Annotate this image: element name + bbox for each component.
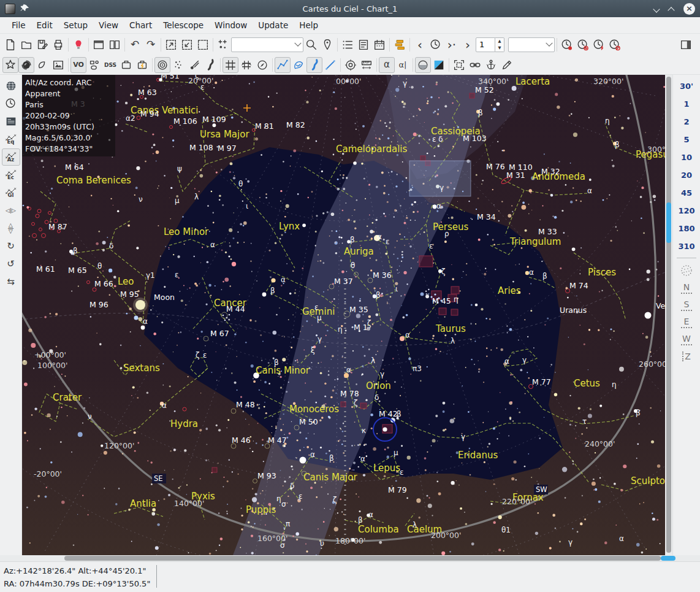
select-area-button[interactable] xyxy=(195,37,211,53)
spin-up-icon[interactable]: ▲ xyxy=(495,38,504,45)
time-now-button[interactable] xyxy=(428,37,444,53)
sky-chart[interactable]: LacertaCassiopeiaPegasusCamelopardalisCa… xyxy=(22,75,665,555)
auto-time-add-button[interactable] xyxy=(575,37,591,53)
minimize-icon[interactable] xyxy=(654,6,660,12)
show-deepsky-toggle[interactable] xyxy=(18,57,34,73)
detail-list-button[interactable] xyxy=(356,37,371,53)
show-lines-toggle[interactable] xyxy=(322,57,338,73)
frame-capture-toggle[interactable] xyxy=(134,57,150,73)
galactic-coord-button[interactable]: Gl xyxy=(2,184,20,201)
show-asteroids-toggle[interactable] xyxy=(170,57,186,73)
compass-rose-toggle[interactable] xyxy=(254,57,270,73)
zoom-out-button[interactable] xyxy=(163,37,179,53)
fov-option-5[interactable]: 5 xyxy=(674,131,699,148)
fov-option-120[interactable]: 120 xyxy=(674,202,699,220)
time-step-unit-combo[interactable] xyxy=(508,37,555,52)
new-chart-button[interactable] xyxy=(2,37,18,53)
real-time-button[interactable] xyxy=(559,37,575,53)
undo-button[interactable]: ↶ xyxy=(127,37,143,53)
new-window-button[interactable] xyxy=(678,37,694,53)
time-previous-button[interactable]: ‹ xyxy=(412,37,428,53)
direction-w-button[interactable]: W xyxy=(674,331,699,348)
menu-file[interactable]: File xyxy=(6,18,31,33)
fov-option-310[interactable]: 310 xyxy=(674,237,699,255)
equatorial-grid-toggle[interactable] xyxy=(238,57,254,73)
chain-charts-toggle[interactable] xyxy=(467,57,483,73)
show-labels-toggle[interactable]: α xyxy=(379,57,395,73)
annotate-toggle[interactable] xyxy=(499,57,515,73)
menu-telescope[interactable]: Telescope xyxy=(158,18,209,33)
night-vision-toggle[interactable] xyxy=(415,57,431,73)
show-outlines-toggle[interactable] xyxy=(34,57,50,73)
object-shapes-toggle[interactable] xyxy=(86,57,102,73)
equatorial-coord-button[interactable]: Eq xyxy=(2,131,20,148)
distance-measure-toggle[interactable] xyxy=(359,57,375,73)
spin-down-icon[interactable]: ▼ xyxy=(495,45,504,52)
rotate-right-button[interactable]: ↻ xyxy=(2,237,20,255)
fov-option-2[interactable]: 2 xyxy=(674,113,699,131)
fov-option-1[interactable]: 1 xyxy=(674,95,699,113)
solar-system-info-button[interactable] xyxy=(392,37,408,53)
date-time-button[interactable] xyxy=(2,95,20,112)
menu-window[interactable]: Window xyxy=(209,18,253,33)
save-chart-button[interactable] xyxy=(34,37,50,53)
show-toolbar-button[interactable] xyxy=(91,37,107,53)
open-chart-button[interactable] xyxy=(18,37,34,53)
constellation-figures-toggle[interactable] xyxy=(291,57,306,73)
maximize-icon[interactable] xyxy=(669,6,675,12)
rotate-left-button[interactable]: ↺ xyxy=(2,255,20,272)
search-button[interactable] xyxy=(303,37,319,53)
menu-view[interactable]: View xyxy=(93,18,124,33)
menu-help[interactable]: Help xyxy=(294,18,324,33)
dss-image-toggle[interactable]: DSS xyxy=(102,57,118,73)
show-comets-toggle[interactable] xyxy=(186,57,202,73)
direction-n-button[interactable]: N xyxy=(674,279,699,296)
mirror-vertical-button[interactable]: ◁|▷ xyxy=(2,220,20,237)
close-icon[interactable]: × xyxy=(683,3,695,15)
vertical-scrollbar[interactable] xyxy=(665,75,672,555)
edit-labels-toggle[interactable]: α| xyxy=(395,57,411,73)
milkyway-fill-toggle[interactable] xyxy=(306,57,322,73)
split-view-button[interactable] xyxy=(107,37,123,53)
auto-time-stop-button[interactable] xyxy=(607,37,623,53)
direction-z-button[interactable]: Z xyxy=(674,348,699,365)
fov-option-20[interactable]: 20 xyxy=(674,166,699,184)
constellation-lines-toggle[interactable] xyxy=(275,57,291,73)
show-images-toggle[interactable] xyxy=(50,57,66,73)
calendar-button[interactable] xyxy=(371,37,387,53)
notification-button[interactable] xyxy=(70,37,86,53)
time-step-input[interactable] xyxy=(476,37,495,52)
pin-icon[interactable] xyxy=(20,4,30,13)
menu-edit[interactable]: Edit xyxy=(31,18,58,33)
object-search-combo[interactable] xyxy=(231,37,303,52)
direction-e-button[interactable]: E xyxy=(674,313,699,331)
mirror-horizontal-button[interactable]: ◁|▷ xyxy=(2,202,20,219)
telrad-toggle[interactable] xyxy=(343,57,359,73)
time-next-dotted-button[interactable]: ›· xyxy=(444,37,460,53)
menu-setup[interactable]: Setup xyxy=(58,18,93,33)
title-bar[interactable]: Cartes du Ciel - Chart_1 × xyxy=(0,0,700,17)
altaz-coord-button[interactable]: Az xyxy=(2,148,20,166)
milkyway-toggle[interactable] xyxy=(202,57,218,73)
show-frame-toggle[interactable] xyxy=(118,57,134,73)
auto-time-fast-button[interactable] xyxy=(591,37,607,53)
menu-update[interactable]: Update xyxy=(253,18,294,33)
menu-chart[interactable]: Chart xyxy=(124,18,158,33)
fov-option-45[interactable]: 45 xyxy=(674,184,699,202)
fov-option-180[interactable]: 180 xyxy=(674,220,699,237)
time-step-spinbox[interactable]: ▲▼ xyxy=(476,37,504,52)
time-next-button[interactable]: › xyxy=(460,37,476,53)
ecliptic-coord-button[interactable]: Ec xyxy=(2,166,20,183)
show-grid-toggle[interactable] xyxy=(223,57,238,73)
vo-catalog-toggle[interactable]: VO xyxy=(70,57,86,73)
fov-option-30m[interactable]: 30' xyxy=(674,77,699,95)
print-button[interactable] xyxy=(50,37,66,53)
position-button[interactable] xyxy=(319,37,335,53)
invert-colors-toggle[interactable] xyxy=(431,57,447,73)
observatory-button[interactable] xyxy=(2,77,20,94)
chart-info-button[interactable] xyxy=(2,113,20,130)
horizontal-scrollbar[interactable] xyxy=(0,555,700,561)
show-stars-toggle[interactable] xyxy=(2,57,18,73)
direction-s-button[interactable]: S xyxy=(674,296,699,313)
show-marks-toggle[interactable] xyxy=(154,57,170,73)
